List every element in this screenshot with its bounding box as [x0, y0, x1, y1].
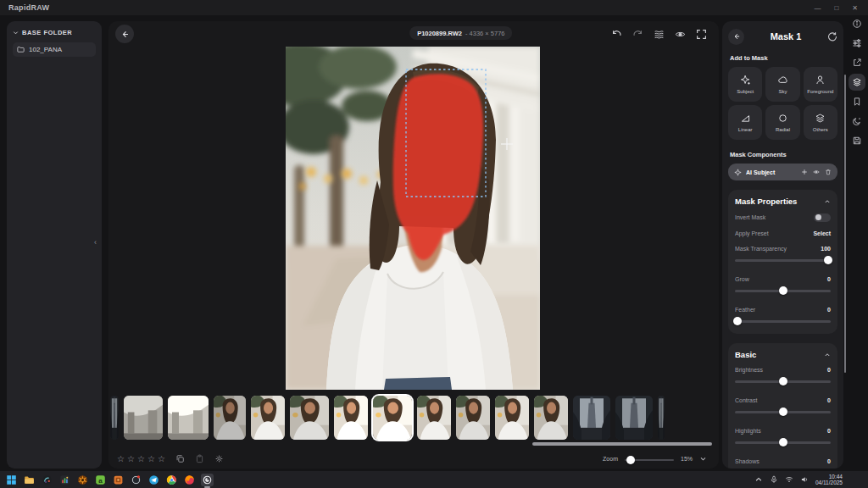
file-explorer-button[interactable]: [23, 474, 36, 486]
back-button[interactable]: [115, 25, 134, 43]
brightness-slider[interactable]: [735, 377, 831, 386]
filmstrip-thumbnail[interactable]: [456, 396, 490, 440]
folder-item-102-pana[interactable]: 102_PANA: [13, 42, 96, 57]
export-icon[interactable]: [852, 58, 862, 68]
reset-icon[interactable]: [827, 31, 837, 42]
star-icon[interactable]: ☆: [137, 455, 145, 463]
info-icon[interactable]: [852, 19, 862, 29]
wifi-icon[interactable]: [785, 475, 793, 484]
minimize-button[interactable]: —: [814, 4, 821, 12]
star-icon[interactable]: ☆: [117, 455, 125, 463]
plus-icon[interactable]: [801, 169, 808, 175]
masks-tab-active[interactable]: [849, 74, 865, 91]
adjustments-icon[interactable]: [852, 38, 862, 48]
basic-header[interactable]: Basic: [735, 350, 831, 359]
filmstrip-scrollbar[interactable]: [532, 442, 712, 446]
filmstrip-thumbnail[interactable]: [615, 396, 653, 440]
mask-tool-others[interactable]: Others: [804, 105, 837, 140]
tray-chevron-up-icon[interactable]: [754, 475, 763, 484]
zoom-control: Zoom 15%: [603, 453, 707, 465]
darktable-button[interactable]: [41, 474, 53, 486]
grow-slider[interactable]: [735, 286, 831, 296]
feather-slider[interactable]: [735, 317, 831, 326]
maximize-button[interactable]: □: [834, 4, 838, 12]
mask-properties-card: Mask Properties Invert Mask Apply Preset…: [728, 190, 837, 334]
copy-settings-icon[interactable]: [175, 454, 185, 463]
filmstrip-thumbnail[interactable]: [495, 396, 529, 440]
save-icon[interactable]: [852, 136, 862, 146]
photo-tool-button[interactable]: [58, 474, 71, 486]
undo-icon[interactable]: [611, 29, 622, 40]
apply-preset-label: Apply Preset: [735, 230, 769, 236]
filmstrip-thumbnail[interactable]: [124, 396, 163, 440]
chevron-up-icon: [824, 352, 831, 358]
filmstrip-thumbnail[interactable]: [168, 396, 209, 440]
canvas-toolbar-top: [611, 29, 707, 40]
mask-components-label: Mask Components: [730, 151, 836, 158]
chevron-down-icon[interactable]: [699, 455, 707, 463]
mask-tool-label: Linear: [738, 127, 753, 132]
obs-button[interactable]: [130, 474, 142, 486]
mask-tool-linear[interactable]: Linear: [728, 105, 762, 140]
filmstrip-thumbnail[interactable]: [534, 396, 568, 440]
sidebar-collapse-chevron[interactable]: ‹: [94, 238, 97, 247]
chrome-button[interactable]: [165, 474, 178, 486]
cloud-icon: [777, 75, 788, 86]
volume-icon[interactable]: [800, 475, 809, 484]
mask-properties-header[interactable]: Mask Properties: [735, 197, 831, 206]
microphone-icon[interactable]: [770, 475, 778, 484]
grain-waves-icon[interactable]: [654, 29, 665, 40]
bookmark-presets-icon[interactable]: [852, 97, 862, 107]
base-folder-header[interactable]: BASE FOLDER: [13, 29, 96, 36]
star-icon[interactable]: ☆: [158, 455, 165, 463]
mask-tool-sky[interactable]: Sky: [765, 67, 799, 102]
green-a-app-button[interactable]: a: [94, 474, 107, 486]
zoom-slider[interactable]: [625, 456, 674, 465]
eye-preview-icon[interactable]: [675, 29, 686, 40]
feather-label: Feather: [735, 307, 755, 313]
trash-icon[interactable]: [825, 169, 832, 175]
brightness-label: Brightness: [735, 367, 763, 373]
orange-app-button[interactable]: [112, 474, 125, 486]
rapidraw-taskbar-button[interactable]: [201, 474, 214, 486]
taskbar-clock[interactable]: 10:44 04/11/2025: [815, 474, 843, 486]
photo-viewport[interactable]: [286, 47, 540, 390]
filmstrip-thumbnail[interactable]: [573, 396, 610, 440]
filmstrip-thumbnail[interactable]: [334, 396, 368, 440]
filmstrip-thumbnail[interactable]: [290, 396, 329, 440]
mask-back-button[interactable]: [728, 29, 744, 45]
editor-canvas[interactable]: P1020899.RW2 - 4336 × 5776: [108, 21, 719, 469]
close-button[interactable]: ✕: [852, 4, 858, 12]
filmstrip-thumbnail[interactable]: [110, 396, 119, 440]
mask-transparency-slider[interactable]: [735, 256, 831, 265]
filmstrip-thumbnail[interactable]: [251, 396, 285, 440]
filmstrip-thumbnail[interactable]: [214, 396, 246, 440]
redo-icon[interactable]: [632, 29, 643, 40]
filmstrip-thumbnail[interactable]: [417, 396, 451, 440]
filmstrip: [108, 394, 719, 443]
paste-settings-icon[interactable]: [195, 454, 204, 463]
mask-component-ai-subject[interactable]: AI Subject: [728, 164, 837, 180]
fullscreen-icon[interactable]: [696, 29, 707, 40]
telegram-button[interactable]: [147, 474, 160, 486]
mask-tool-label: Subject: [737, 89, 754, 94]
mask-tool-radial[interactable]: Radial: [765, 105, 799, 140]
folder-panel: BASE FOLDER 102_PANA: [7, 21, 102, 469]
firefox-button[interactable]: [183, 474, 196, 486]
rawtherapee-button[interactable]: [76, 474, 89, 486]
star-icon[interactable]: ☆: [147, 455, 155, 463]
highlights-slider[interactable]: [735, 438, 831, 447]
clock-time: 10:44: [815, 474, 843, 480]
mask-tool-foreground[interactable]: Foreground: [804, 67, 837, 102]
eye-icon[interactable]: [813, 169, 820, 175]
star-icon[interactable]: ☆: [127, 455, 135, 463]
start-button[interactable]: [5, 474, 18, 486]
filmstrip-thumbnail[interactable]: [658, 396, 665, 440]
mask-tool-subject[interactable]: Subject: [728, 67, 762, 102]
contrast-slider[interactable]: [735, 408, 831, 417]
ai-moon-icon[interactable]: [852, 116, 862, 126]
invert-mask-toggle[interactable]: [814, 214, 831, 222]
gear-icon[interactable]: [214, 454, 224, 463]
preset-select-button[interactable]: Select: [813, 230, 831, 236]
filmstrip-thumbnail-selected[interactable]: [373, 396, 412, 440]
